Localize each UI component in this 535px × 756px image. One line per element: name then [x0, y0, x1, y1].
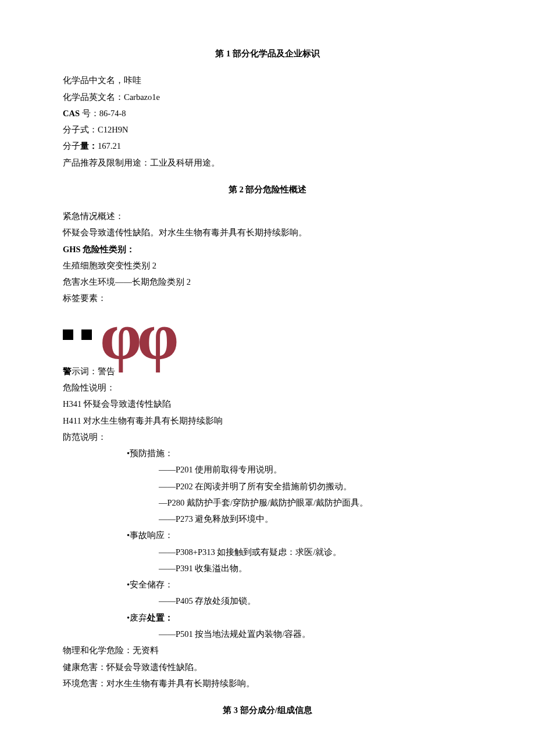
- cas-value: 86-74-8: [99, 109, 126, 118]
- s1-num: 1: [226, 49, 230, 58]
- name-cn: 咔哇: [124, 76, 141, 85]
- cas-line: CAS 号：86-74-8: [63, 105, 472, 121]
- hazard-label: 危险性说明：: [63, 379, 472, 396]
- prevent-title: •预防措施：: [63, 445, 472, 461]
- section1-title: 第 1 部分化学品及企业标识: [63, 45, 472, 62]
- p308: ——P308+P313 如接触到或有疑虑：求医/就诊。: [63, 544, 472, 560]
- signal-b: 示词：: [72, 367, 98, 376]
- s3-num: 3: [234, 705, 238, 715]
- h341: H341 怀疑会导致遗传性缺陷: [63, 396, 472, 412]
- p405: ——P405 存放处须加锁。: [63, 593, 472, 609]
- emerg-text: 怀疑会导致遗传性缺陷。对水生生物有毒并具有长期持续影响。: [63, 224, 472, 241]
- ghs-label-line: GHS 危险性类别：: [63, 241, 472, 257]
- p201: ——P201 使用前取得专用说明。: [63, 461, 472, 478]
- formula-line: 分子式：C12H9N: [63, 121, 472, 138]
- name-cn-line: 化学品中文名，咔哇: [63, 72, 472, 88]
- ghs-label-b: 危险性类别：: [83, 245, 135, 254]
- pictogram-square-icon: [81, 329, 92, 340]
- p273: ——P273 避免释放到环境中。: [63, 511, 472, 527]
- s1-suffix: 部分化学品及企业标识: [233, 49, 320, 58]
- s3-prefix: 第: [223, 705, 231, 715]
- pictogram-row: φφ: [63, 307, 472, 363]
- cas-label: CAS: [63, 109, 80, 118]
- ghs-1: 生殖细胞致突变性类别 2: [63, 257, 472, 274]
- disposal-a: •废弃: [127, 613, 147, 622]
- response-title: •事故响应：: [63, 527, 472, 543]
- disposal-title: •废弃处置：: [63, 610, 472, 626]
- emerg-label: 紧急情况概述：: [63, 208, 472, 224]
- health: 健康危害：怀疑会导致遗传性缺陷。: [63, 659, 472, 675]
- cas-sep: 号：: [82, 109, 99, 118]
- ghs-2: 危害水生环境——长期危险类别 2: [63, 274, 472, 290]
- ghs-label-a: GHS: [63, 245, 81, 254]
- mw-line: 分子量：167.21: [63, 138, 472, 154]
- s1-prefix: 第: [215, 49, 224, 58]
- pictogram-phi-icon: φφ: [100, 310, 174, 363]
- p391: ——P391 收集溢出物。: [63, 560, 472, 576]
- s3-suffix: 部分成分/组成信息: [240, 705, 312, 715]
- name-en-label: 化学品英文名：: [63, 92, 124, 102]
- section2-body: 紧急情况概述： 怀疑会导致遗传性缺陷。对水生生物有毒并具有长期持续影响。 GHS…: [63, 208, 472, 691]
- name-en-line: 化学品英文名：Carbazo1e: [63, 89, 472, 105]
- storage-title: •安全储存：: [63, 576, 472, 593]
- mw-value: 167.21: [98, 141, 121, 151]
- name-en-b: 1e: [152, 92, 160, 102]
- p501: ——P501 按当地法规处置内装物/容器。: [63, 626, 472, 642]
- p280: —P280 戴防护手套/穿防护服/戴防护眼罩/戴防护面具。: [63, 495, 472, 511]
- env: 环境危害：对水生生物有毒并具有长期持续影响。: [63, 675, 472, 691]
- mw-label-a: 分子: [63, 141, 80, 151]
- h411: H411 对水生生物有毒并具有长期持续影响: [63, 413, 472, 429]
- section2-title: 第 2 部分危险性概述: [63, 181, 472, 198]
- name-en-a: Carbazo: [124, 92, 152, 102]
- s2-prefix: 第: [229, 185, 237, 194]
- s2-num: 2: [239, 185, 243, 194]
- formula-label: 分子式：: [63, 125, 98, 134]
- section1-body: 化学品中文名，咔哇 化学品英文名：Carbazo1e CAS 号：86-74-8…: [63, 72, 472, 171]
- use-line: 产品推荐及限制用途：工业及科研用途。: [63, 155, 472, 171]
- precaution-label: 防范说明：: [63, 429, 472, 445]
- section3-title: 第 3 部分成分/组成信息: [63, 702, 472, 718]
- p202: ——P202 在阅读并明了所有安全措施前切勿搬动。: [63, 478, 472, 495]
- name-cn-label: 化学品中文名，: [63, 76, 124, 85]
- signal-word: 警告: [98, 367, 115, 376]
- pictogram-square-icon: [63, 329, 73, 340]
- disposal-b: 处置：: [147, 613, 173, 622]
- mw-label-b: 量：: [80, 141, 98, 151]
- phys: 物理和化学危险：无资料: [63, 642, 472, 658]
- signal-a: 警: [63, 367, 72, 376]
- formula-value: C12H9N: [98, 125, 128, 134]
- s2-suffix: 部分危险性概述: [245, 185, 306, 194]
